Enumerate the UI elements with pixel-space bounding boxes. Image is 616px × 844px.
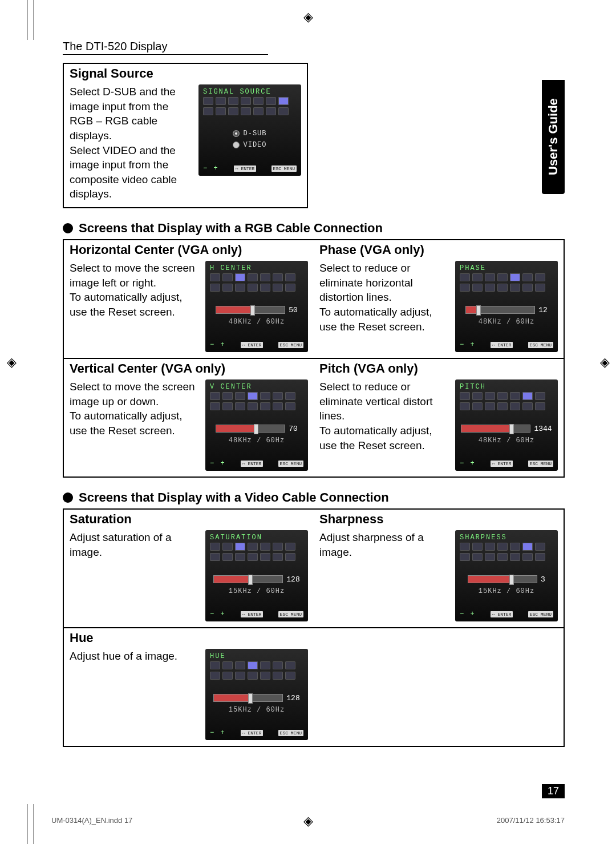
osd-enter-button: ↔ ENTER xyxy=(491,461,513,467)
osd-minus-plus: − + xyxy=(460,341,476,349)
osd-minus-plus: − + xyxy=(210,610,226,618)
osd-enter-button: ↔ ENTER xyxy=(491,611,513,617)
osd-enter-button: ↔ ENTER xyxy=(491,342,513,348)
signal-source-title: Signal Source xyxy=(64,64,307,83)
osd-minus-plus: − + xyxy=(210,729,226,737)
osd-title: SHARPNESS xyxy=(460,534,553,542)
pitch-desc: Select to reduce or eliminate vertical d… xyxy=(319,379,449,453)
registration-mark-icon: ◈ xyxy=(3,354,20,371)
hue-desc: Adjust hue of a image. xyxy=(70,649,200,664)
osd-freq: 15KHz / 60Hz xyxy=(229,587,285,595)
crop-mark xyxy=(33,0,34,40)
hue-title: Hue xyxy=(64,628,314,648)
hcenter-desc: Select to move the screen image left or … xyxy=(70,261,200,320)
phase-box: Phase (VGA only) Select to reduce or eli… xyxy=(314,239,565,358)
osd-phase: PHASE 12 48KHz / 60Hz − + ↔ ENTER ESC ME… xyxy=(455,261,558,352)
osd-minus-plus: − + xyxy=(460,610,476,618)
osd-minus-plus: − + xyxy=(460,459,476,467)
pitch-box: Pitch (VGA only) Select to reduce or eli… xyxy=(314,358,565,478)
osd-esc-button: ESC MENU xyxy=(528,342,553,348)
phase-title: Phase (VGA only) xyxy=(314,240,564,260)
page-number-badge: 17 xyxy=(542,784,565,798)
sharpness-box: Sharpness Adjust sharpness of a image. S… xyxy=(314,508,565,627)
section-video-heading: Screens that Display with a Video Cable … xyxy=(63,490,565,505)
section-rgb-heading: Screens that Display with a RGB Cable Co… xyxy=(63,221,565,236)
hcenter-title: Horizontal Center (VGA only) xyxy=(64,240,314,260)
side-tab-users-guide: User's Guide xyxy=(542,80,565,194)
osd-freq: 48KHz / 60Hz xyxy=(479,318,534,326)
osd-sharpness: SHARPNESS 3 15KHz / 60Hz − + ↔ ENTER ESC… xyxy=(455,530,558,621)
section-rgb-text: Screens that Display with a RGB Cable Co… xyxy=(79,221,383,236)
osd-value: 70 xyxy=(289,425,298,433)
osd-title: PITCH xyxy=(460,383,553,391)
osd-esc-button: ESC MENU xyxy=(528,611,553,617)
signal-source-desc: Select D-SUB and the image input from th… xyxy=(70,84,193,201)
osd-value: 128 xyxy=(286,575,299,584)
footer-left: UM-0314(A)_EN.indd 17 xyxy=(51,816,132,825)
osd-pitch: PITCH 1344 48KHz / 60Hz − + ↔ ENTER ESC … xyxy=(455,379,558,471)
section-video-text: Screens that Display with a Video Cable … xyxy=(79,490,389,505)
osd-value: 1344 xyxy=(534,425,552,433)
osd-esc-button: ESC MENU xyxy=(278,730,303,736)
vcenter-desc: Select to move the screen image up or do… xyxy=(70,379,200,438)
osd-title: V CENTER xyxy=(210,383,303,391)
crop-mark xyxy=(33,804,34,844)
saturation-box: Saturation Adjust saturation of a image.… xyxy=(63,508,314,627)
osd-esc-button: ESC MENU xyxy=(278,611,303,617)
osd-esc-button: ESC MENU xyxy=(528,461,553,467)
registration-mark-icon: ◈ xyxy=(596,354,613,371)
osd-value: 128 xyxy=(286,694,299,702)
sharpness-title: Sharpness xyxy=(314,510,564,529)
pitch-title: Pitch (VGA only) xyxy=(314,359,564,378)
video-row-1: Saturation Adjust saturation of a image.… xyxy=(63,508,565,627)
radio-icon xyxy=(233,130,240,137)
osd-minus-plus: − + xyxy=(210,341,226,349)
footer-right: 2007/11/12 16:53:17 xyxy=(497,816,565,825)
osd-enter-button: ↔ ENTER xyxy=(241,730,264,736)
vcenter-title: Vertical Center (VGA only) xyxy=(64,359,314,378)
vcenter-box: Vertical Center (VGA only) Select to mov… xyxy=(63,358,314,478)
saturation-desc: Adjust saturation of a image. xyxy=(70,530,200,559)
crop-mark xyxy=(27,804,28,844)
radio-icon xyxy=(233,142,240,148)
osd-minus-plus: − + xyxy=(203,164,219,172)
osd-value: 50 xyxy=(289,306,298,314)
osd-esc-button: ESC MENU xyxy=(278,342,303,348)
osd-freq: 48KHz / 60Hz xyxy=(479,437,534,445)
osd-freq: 15KHz / 60Hz xyxy=(479,587,534,595)
manual-page: ◈ ◈ ◈ ◈ The DTI-520 Display User's Guide… xyxy=(0,0,616,844)
osd-enter-button: ↔ ENTER xyxy=(241,461,264,467)
osd-title: HUE xyxy=(210,652,303,660)
registration-mark-icon: ◈ xyxy=(299,9,317,26)
crop-mark xyxy=(27,0,28,40)
osd-enter-button: ↔ ENTER xyxy=(241,611,264,617)
osd-value: 12 xyxy=(538,306,548,314)
osd-hue: HUE 128 15KHz / 60Hz − + ↔ ENTER ESC MEN… xyxy=(205,649,308,740)
rgb-row-2: Vertical Center (VGA only) Select to mov… xyxy=(63,358,565,478)
saturation-title: Saturation xyxy=(64,510,314,529)
signal-source-box: Signal Source Select D-SUB and the image… xyxy=(63,63,308,208)
osd-vcenter: V CENTER 70 48KHz / 60Hz − + ↔ ENTER ESC… xyxy=(205,379,308,471)
osd-freq: 48KHz / 60Hz xyxy=(229,318,285,326)
osd-title: PHASE xyxy=(460,264,553,272)
sharpness-desc: Adjust sharpness of a image. xyxy=(319,530,449,559)
osd-title: SATURATION xyxy=(210,534,303,542)
osd-title: SIGNAL SOURCE xyxy=(203,88,297,96)
rgb-row-1: Horizontal Center (VGA only) Select to m… xyxy=(63,239,565,358)
osd-freq: 15KHz / 60Hz xyxy=(229,706,285,714)
osd-minus-plus: − + xyxy=(210,459,226,467)
osd-option-video: VIDEO xyxy=(243,141,266,149)
osd-enter-button: ↔ ENTER xyxy=(241,342,264,348)
osd-freq: 48KHz / 60Hz xyxy=(229,437,285,445)
hue-box: Hue Adjust hue of a image. HUE 128 15KHz… xyxy=(63,627,314,747)
phase-desc: Select to reduce or eliminate horizontal… xyxy=(319,261,449,334)
osd-value: 3 xyxy=(541,575,545,584)
osd-hcenter: H CENTER 50 48KHz / 60Hz − + ↔ ENTER ESC… xyxy=(205,261,308,352)
hcenter-box: Horizontal Center (VGA only) Select to m… xyxy=(63,239,314,358)
print-footer: UM-0314(A)_EN.indd 17 2007/11/12 16:53:1… xyxy=(51,816,565,825)
osd-esc-button: ESC MENU xyxy=(278,461,303,467)
osd-esc-button: ESC MENU xyxy=(271,165,297,172)
osd-signal-source: SIGNAL SOURCE D-SUB VIDEO − + ↔ ENTER ES… xyxy=(198,84,301,176)
page-header: The DTI-520 Display xyxy=(63,40,268,55)
osd-title: H CENTER xyxy=(210,264,303,272)
